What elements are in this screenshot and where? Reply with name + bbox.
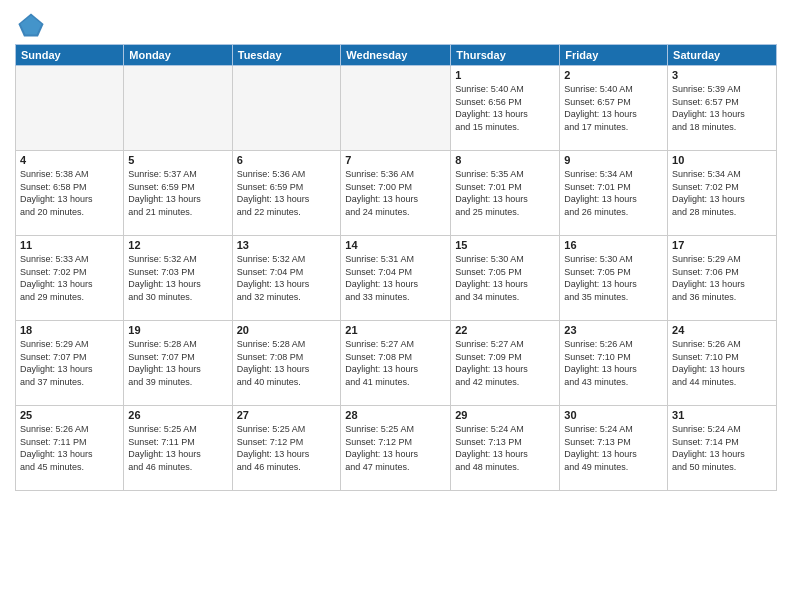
day-info: Sunrise: 5:27 AMSunset: 7:09 PMDaylight:… xyxy=(455,338,555,388)
calendar-cell xyxy=(341,66,451,151)
day-number: 2 xyxy=(564,69,663,81)
calendar-cell: 18Sunrise: 5:29 AMSunset: 7:07 PMDayligh… xyxy=(16,321,124,406)
weekday-header-row: SundayMondayTuesdayWednesdayThursdayFrid… xyxy=(16,45,777,66)
day-info: Sunrise: 5:25 AMSunset: 7:12 PMDaylight:… xyxy=(345,423,446,473)
day-number: 1 xyxy=(455,69,555,81)
calendar-cell: 1Sunrise: 5:40 AMSunset: 6:56 PMDaylight… xyxy=(451,66,560,151)
calendar-week-3: 11Sunrise: 5:33 AMSunset: 7:02 PMDayligh… xyxy=(16,236,777,321)
calendar-cell: 29Sunrise: 5:24 AMSunset: 7:13 PMDayligh… xyxy=(451,406,560,491)
calendar-week-4: 18Sunrise: 5:29 AMSunset: 7:07 PMDayligh… xyxy=(16,321,777,406)
calendar-cell: 31Sunrise: 5:24 AMSunset: 7:14 PMDayligh… xyxy=(668,406,777,491)
day-number: 19 xyxy=(128,324,227,336)
calendar-cell: 10Sunrise: 5:34 AMSunset: 7:02 PMDayligh… xyxy=(668,151,777,236)
day-number: 15 xyxy=(455,239,555,251)
day-info: Sunrise: 5:25 AMSunset: 7:12 PMDaylight:… xyxy=(237,423,337,473)
day-info: Sunrise: 5:25 AMSunset: 7:11 PMDaylight:… xyxy=(128,423,227,473)
calendar-cell: 12Sunrise: 5:32 AMSunset: 7:03 PMDayligh… xyxy=(124,236,232,321)
calendar-cell: 25Sunrise: 5:26 AMSunset: 7:11 PMDayligh… xyxy=(16,406,124,491)
day-info: Sunrise: 5:24 AMSunset: 7:13 PMDaylight:… xyxy=(455,423,555,473)
day-info: Sunrise: 5:32 AMSunset: 7:04 PMDaylight:… xyxy=(237,253,337,303)
day-info: Sunrise: 5:31 AMSunset: 7:04 PMDaylight:… xyxy=(345,253,446,303)
day-info: Sunrise: 5:30 AMSunset: 7:05 PMDaylight:… xyxy=(564,253,663,303)
calendar-cell: 22Sunrise: 5:27 AMSunset: 7:09 PMDayligh… xyxy=(451,321,560,406)
day-info: Sunrise: 5:36 AMSunset: 7:00 PMDaylight:… xyxy=(345,168,446,218)
day-number: 13 xyxy=(237,239,337,251)
day-number: 11 xyxy=(20,239,119,251)
day-number: 12 xyxy=(128,239,227,251)
day-info: Sunrise: 5:39 AMSunset: 6:57 PMDaylight:… xyxy=(672,83,772,133)
day-number: 27 xyxy=(237,409,337,421)
day-info: Sunrise: 5:36 AMSunset: 6:59 PMDaylight:… xyxy=(237,168,337,218)
day-number: 24 xyxy=(672,324,772,336)
logo xyxy=(15,10,45,38)
day-info: Sunrise: 5:30 AMSunset: 7:05 PMDaylight:… xyxy=(455,253,555,303)
day-info: Sunrise: 5:29 AMSunset: 7:07 PMDaylight:… xyxy=(20,338,119,388)
calendar-cell xyxy=(124,66,232,151)
calendar-cell: 7Sunrise: 5:36 AMSunset: 7:00 PMDaylight… xyxy=(341,151,451,236)
day-number: 22 xyxy=(455,324,555,336)
day-number: 5 xyxy=(128,154,227,166)
calendar-cell: 14Sunrise: 5:31 AMSunset: 7:04 PMDayligh… xyxy=(341,236,451,321)
calendar-cell: 16Sunrise: 5:30 AMSunset: 7:05 PMDayligh… xyxy=(560,236,668,321)
calendar-week-2: 4Sunrise: 5:38 AMSunset: 6:58 PMDaylight… xyxy=(16,151,777,236)
day-number: 28 xyxy=(345,409,446,421)
calendar-cell: 5Sunrise: 5:37 AMSunset: 6:59 PMDaylight… xyxy=(124,151,232,236)
calendar-cell xyxy=(232,66,341,151)
calendar-cell: 4Sunrise: 5:38 AMSunset: 6:58 PMDaylight… xyxy=(16,151,124,236)
day-number: 23 xyxy=(564,324,663,336)
calendar-cell: 8Sunrise: 5:35 AMSunset: 7:01 PMDaylight… xyxy=(451,151,560,236)
day-number: 26 xyxy=(128,409,227,421)
calendar-cell: 27Sunrise: 5:25 AMSunset: 7:12 PMDayligh… xyxy=(232,406,341,491)
day-number: 3 xyxy=(672,69,772,81)
day-number: 14 xyxy=(345,239,446,251)
day-info: Sunrise: 5:26 AMSunset: 7:10 PMDaylight:… xyxy=(672,338,772,388)
day-info: Sunrise: 5:32 AMSunset: 7:03 PMDaylight:… xyxy=(128,253,227,303)
calendar-cell: 9Sunrise: 5:34 AMSunset: 7:01 PMDaylight… xyxy=(560,151,668,236)
calendar-cell: 13Sunrise: 5:32 AMSunset: 7:04 PMDayligh… xyxy=(232,236,341,321)
day-number: 25 xyxy=(20,409,119,421)
day-number: 7 xyxy=(345,154,446,166)
calendar-week-5: 25Sunrise: 5:26 AMSunset: 7:11 PMDayligh… xyxy=(16,406,777,491)
weekday-header-friday: Friday xyxy=(560,45,668,66)
day-info: Sunrise: 5:35 AMSunset: 7:01 PMDaylight:… xyxy=(455,168,555,218)
day-info: Sunrise: 5:29 AMSunset: 7:06 PMDaylight:… xyxy=(672,253,772,303)
calendar-cell: 28Sunrise: 5:25 AMSunset: 7:12 PMDayligh… xyxy=(341,406,451,491)
day-number: 16 xyxy=(564,239,663,251)
calendar-cell: 17Sunrise: 5:29 AMSunset: 7:06 PMDayligh… xyxy=(668,236,777,321)
day-info: Sunrise: 5:34 AMSunset: 7:01 PMDaylight:… xyxy=(564,168,663,218)
day-info: Sunrise: 5:40 AMSunset: 6:56 PMDaylight:… xyxy=(455,83,555,133)
day-number: 4 xyxy=(20,154,119,166)
calendar-cell: 6Sunrise: 5:36 AMSunset: 6:59 PMDaylight… xyxy=(232,151,341,236)
day-info: Sunrise: 5:28 AMSunset: 7:08 PMDaylight:… xyxy=(237,338,337,388)
calendar-cell: 23Sunrise: 5:26 AMSunset: 7:10 PMDayligh… xyxy=(560,321,668,406)
calendar-cell: 26Sunrise: 5:25 AMSunset: 7:11 PMDayligh… xyxy=(124,406,232,491)
page: SundayMondayTuesdayWednesdayThursdayFrid… xyxy=(0,0,792,612)
calendar-cell: 19Sunrise: 5:28 AMSunset: 7:07 PMDayligh… xyxy=(124,321,232,406)
day-info: Sunrise: 5:26 AMSunset: 7:11 PMDaylight:… xyxy=(20,423,119,473)
day-info: Sunrise: 5:27 AMSunset: 7:08 PMDaylight:… xyxy=(345,338,446,388)
day-info: Sunrise: 5:28 AMSunset: 7:07 PMDaylight:… xyxy=(128,338,227,388)
calendar-cell: 15Sunrise: 5:30 AMSunset: 7:05 PMDayligh… xyxy=(451,236,560,321)
day-info: Sunrise: 5:38 AMSunset: 6:58 PMDaylight:… xyxy=(20,168,119,218)
day-number: 29 xyxy=(455,409,555,421)
day-number: 20 xyxy=(237,324,337,336)
weekday-header-tuesday: Tuesday xyxy=(232,45,341,66)
calendar-cell: 30Sunrise: 5:24 AMSunset: 7:13 PMDayligh… xyxy=(560,406,668,491)
day-number: 6 xyxy=(237,154,337,166)
weekday-header-monday: Monday xyxy=(124,45,232,66)
day-number: 31 xyxy=(672,409,772,421)
day-info: Sunrise: 5:33 AMSunset: 7:02 PMDaylight:… xyxy=(20,253,119,303)
day-info: Sunrise: 5:24 AMSunset: 7:13 PMDaylight:… xyxy=(564,423,663,473)
day-number: 9 xyxy=(564,154,663,166)
calendar-cell xyxy=(16,66,124,151)
weekday-header-saturday: Saturday xyxy=(668,45,777,66)
day-number: 21 xyxy=(345,324,446,336)
day-number: 10 xyxy=(672,154,772,166)
day-info: Sunrise: 5:40 AMSunset: 6:57 PMDaylight:… xyxy=(564,83,663,133)
day-number: 8 xyxy=(455,154,555,166)
weekday-header-thursday: Thursday xyxy=(451,45,560,66)
weekday-header-sunday: Sunday xyxy=(16,45,124,66)
day-info: Sunrise: 5:24 AMSunset: 7:14 PMDaylight:… xyxy=(672,423,772,473)
calendar-cell: 2Sunrise: 5:40 AMSunset: 6:57 PMDaylight… xyxy=(560,66,668,151)
calendar-cell: 24Sunrise: 5:26 AMSunset: 7:10 PMDayligh… xyxy=(668,321,777,406)
